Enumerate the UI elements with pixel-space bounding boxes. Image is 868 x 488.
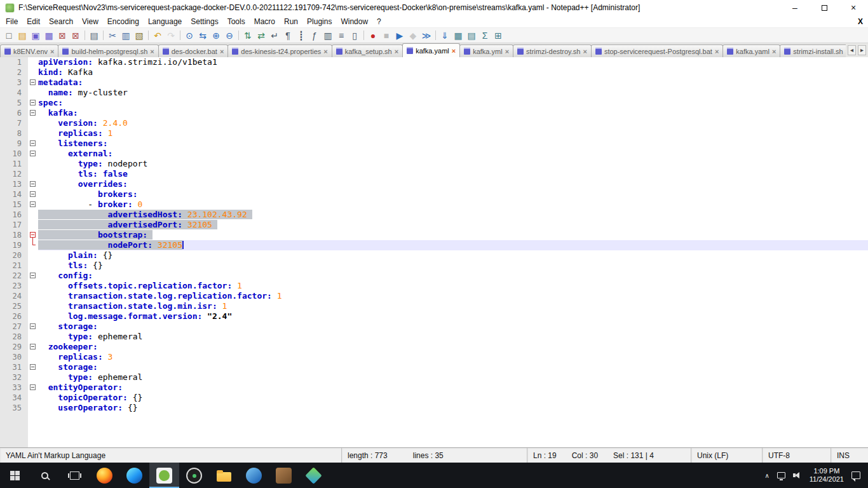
code-line-text[interactable]: apiVersion: kafka.strimzi.io/v1beta1 bbox=[38, 57, 868, 67]
code-line-text[interactable]: listeners: bbox=[38, 139, 868, 149]
fold-marker-icon[interactable] bbox=[30, 151, 36, 156]
close-button[interactable]: × bbox=[839, 0, 868, 15]
code-line-text[interactable]: kafka: bbox=[38, 108, 868, 118]
table-plugin-icon[interactable]: ⊞ bbox=[492, 29, 505, 42]
edge-taskbar-button[interactable] bbox=[119, 463, 149, 488]
fold-marker-icon[interactable] bbox=[30, 140, 36, 146]
compare-plugin-icon[interactable]: ⇓ bbox=[438, 29, 451, 42]
notepad-plus-plus-taskbar-button[interactable] bbox=[149, 463, 179, 488]
save-all-icon[interactable]: ▦ bbox=[43, 29, 55, 42]
code-line-text[interactable]: replicas: 3 bbox=[38, 352, 868, 362]
save-icon[interactable]: ▣ bbox=[29, 29, 42, 42]
new-file-icon[interactable]: □ bbox=[3, 29, 15, 42]
code-line-text[interactable]: log.message.format.version: "2.4" bbox=[38, 311, 868, 322]
find-icon[interactable]: ⊙ bbox=[183, 29, 196, 42]
tab-close-icon[interactable]: × bbox=[452, 47, 456, 55]
tab-stop-servicerequest-postgresql-bat[interactable]: stop-servicerequest-Postgresql.bat× bbox=[591, 44, 723, 57]
editor[interactable]: 1apiVersion: kafka.strimzi.io/v1beta12ki… bbox=[0, 57, 868, 447]
code-line-text[interactable]: bootstrap: bbox=[38, 230, 868, 240]
tab-des-docker-bat[interactable]: des-docker.bat× bbox=[158, 44, 229, 57]
open-folder-icon[interactable]: ▤ bbox=[16, 29, 29, 42]
zoom-in-icon[interactable]: ⊕ bbox=[210, 29, 222, 42]
code-line-text[interactable]: nodePort: 32105 bbox=[38, 240, 868, 250]
fold-marker-icon[interactable] bbox=[30, 191, 36, 197]
status-insert-mode[interactable]: INS bbox=[831, 448, 868, 463]
fold-marker-icon[interactable] bbox=[30, 384, 36, 390]
function-list-icon[interactable]: ƒ bbox=[308, 29, 321, 42]
tab-strimzi-destroy-sh[interactable]: strimzi-destroy.sh× bbox=[513, 44, 592, 57]
document-map-icon[interactable]: ▥ bbox=[322, 29, 334, 42]
code-line-text[interactable]: zookeeper: bbox=[38, 342, 868, 352]
cube-app-taskbar-button[interactable] bbox=[269, 463, 299, 488]
indent-guide-icon[interactable]: ┋ bbox=[295, 29, 308, 42]
menu-item-view[interactable]: View bbox=[78, 16, 103, 27]
fold-marker-icon[interactable] bbox=[30, 181, 36, 187]
tab-close-icon[interactable]: × bbox=[395, 48, 398, 55]
tab-close-icon[interactable]: × bbox=[715, 48, 719, 55]
grid-plugin-icon[interactable]: ▦ bbox=[452, 29, 465, 42]
menu-item-plugins[interactable]: Plugins bbox=[302, 16, 336, 27]
sum-plugin-icon[interactable]: Σ bbox=[478, 29, 491, 42]
minimize-button[interactable]: – bbox=[780, 0, 810, 15]
menu-item-tools[interactable]: Tools bbox=[223, 16, 250, 27]
menu-item-help[interactable]: ? bbox=[372, 16, 386, 27]
task-view-button[interactable] bbox=[60, 463, 90, 488]
restore-button[interactable] bbox=[810, 0, 839, 15]
zoom-out-icon[interactable]: ⊖ bbox=[223, 29, 236, 42]
menu-item-run[interactable]: Run bbox=[280, 16, 302, 27]
blue-circle-app-taskbar-button[interactable] bbox=[239, 463, 269, 488]
run-macro-multiple-times-icon[interactable]: ≫ bbox=[420, 29, 433, 42]
code-line-text[interactable]: type: ephemeral bbox=[38, 332, 868, 342]
tab-scroll-right-button[interactable]: ▸ bbox=[858, 45, 866, 55]
code-line-text[interactable]: version: 2.4.0 bbox=[38, 118, 868, 128]
close-all-documents-icon[interactable]: ⊠ bbox=[69, 29, 82, 42]
paste-icon[interactable]: ▧ bbox=[133, 29, 146, 42]
code-line-text[interactable]: config: bbox=[38, 271, 868, 281]
playback-macro-icon[interactable]: ▶ bbox=[393, 29, 406, 42]
firefox-taskbar-button[interactable] bbox=[90, 463, 119, 488]
show-all-characters-icon[interactable]: ¶ bbox=[281, 29, 294, 42]
code-line-text[interactable]: metadata: bbox=[38, 78, 868, 88]
print-icon[interactable]: ▤ bbox=[88, 29, 100, 42]
tab-des-kinesis-t24-properties[interactable]: des-kinesis-t24.properties× bbox=[227, 44, 332, 57]
fold-marker-icon[interactable] bbox=[30, 201, 36, 207]
menu-item-search[interactable]: Search bbox=[44, 16, 78, 27]
code-line-text[interactable]: external: bbox=[38, 149, 868, 159]
tab-close-icon[interactable]: × bbox=[772, 48, 776, 55]
code-line-text[interactable]: advertisedHost: 23.102.43.92 bbox=[38, 210, 868, 220]
code-line-text[interactable]: entityOperator: bbox=[38, 383, 868, 393]
tab-close-icon[interactable]: × bbox=[505, 48, 509, 55]
folder-as-workspace-icon[interactable]: ▯ bbox=[348, 29, 361, 42]
list-plugin-icon[interactable]: ▤ bbox=[465, 29, 478, 42]
code-line-text[interactable]: transaction.state.log.min.isr: 1 bbox=[38, 301, 868, 311]
taskbar-clock[interactable]: 1:09 PM 11/24/2021 bbox=[810, 467, 844, 484]
tab-kafka-yml[interactable]: kafka.yml× bbox=[459, 44, 513, 57]
code-line-text[interactable]: tls: {} bbox=[38, 261, 868, 271]
tab-build-helm-postgresql-sh[interactable]: build-helm-postgresql.sh× bbox=[58, 44, 158, 57]
undo-icon[interactable]: ↶ bbox=[151, 29, 164, 42]
replace-icon[interactable]: ⇆ bbox=[196, 29, 209, 42]
code-line-text[interactable]: offsets.topic.replication.factor: 1 bbox=[38, 281, 868, 291]
status-eol-format[interactable]: Unix (LF) bbox=[691, 448, 763, 463]
fold-marker-icon[interactable] bbox=[30, 100, 36, 105]
tab-strimzi-install-sh[interactable]: strimzi-install.sh× bbox=[780, 44, 846, 57]
tab-close-icon[interactable]: × bbox=[150, 48, 154, 55]
fold-marker-icon[interactable] bbox=[30, 110, 36, 116]
tab-close-icon[interactable]: × bbox=[220, 48, 224, 55]
menu-item-settings[interactable]: Settings bbox=[186, 16, 222, 27]
code-line-text[interactable]: kind: Kafka bbox=[38, 67, 868, 78]
code-line-text[interactable]: overrides: bbox=[38, 179, 868, 189]
code-line-text[interactable]: storage: bbox=[38, 362, 868, 372]
code-line-text[interactable]: userOperator: {} bbox=[38, 403, 868, 413]
menu-item-edit[interactable]: Edit bbox=[22, 16, 44, 27]
menu-item-language[interactable]: Language bbox=[144, 16, 186, 27]
action-center-icon[interactable] bbox=[851, 471, 860, 479]
menu-item-encoding[interactable]: Encoding bbox=[103, 16, 144, 27]
tab-close-icon[interactable]: × bbox=[50, 48, 54, 55]
code-line-text[interactable]: replicas: 1 bbox=[38, 128, 868, 139]
tray-expand-icon[interactable]: ∧ bbox=[764, 472, 769, 479]
fold-marker-icon[interactable] bbox=[30, 344, 36, 349]
code-line-text[interactable]: - broker: 0 bbox=[38, 200, 868, 210]
start-button[interactable] bbox=[0, 463, 30, 488]
code-line-text[interactable]: topicOperator: {} bbox=[38, 393, 868, 403]
